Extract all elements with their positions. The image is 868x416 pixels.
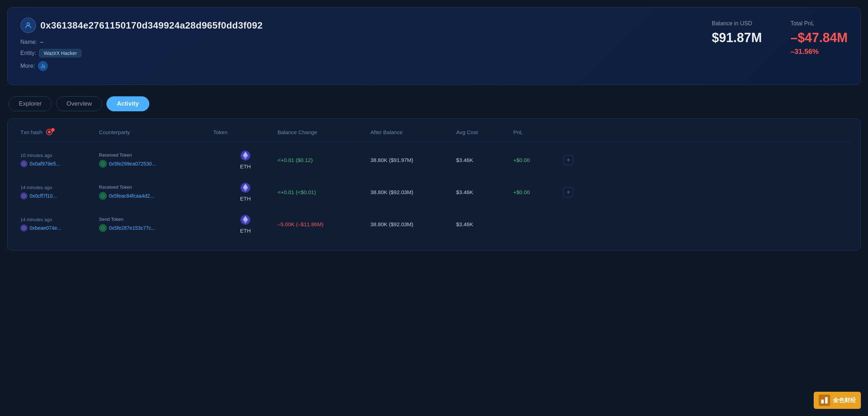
cell-avg-cost-1: $3.46K [456,157,513,163]
txn-hash-link-2[interactable]: ⬡ 0x0cff7f10... [20,192,99,199]
cp-icon-3: ⬡ [99,224,107,232]
cell-avg-cost-3: $3.46K [456,221,513,227]
cp-link-1[interactable]: ⬡ 0x5fe299ea072530... [99,160,213,168]
balance-value: $91.87M [712,30,762,45]
address-section: 0x361384e2761150170d349924a28d965f0dd3f0… [20,17,712,75]
filter-dot [51,128,55,132]
th-balance-change: Balance Change [278,129,370,135]
cp-label-1: Received Token [99,152,213,158]
cell-after-balance-3: 38.80K ($92.03M) [370,221,456,227]
cell-cp-3: Send Token ⬡ 0x5fe287e153c77c... [99,217,213,232]
table-row: 14 minutes ago ⬡ 0xbeae074e... Send Toke… [18,208,850,240]
txn-time-3: 14 minutes ago [20,217,99,222]
cp-icon-1: ⬡ [99,160,107,168]
avg-cost-3: $3.46K [456,221,513,227]
cp-link-2[interactable]: ⬡ 0x5feac84fcaa4d2... [99,192,213,200]
th-after-balance: After Balance [370,129,456,135]
cp-link-3[interactable]: ⬡ 0x5fe287e153c77c... [99,224,213,232]
after-balance-1: 38.80K ($91.97M) [370,157,456,163]
stats-section: Balance in USD $91.87M Total PnL –$47.84… [712,17,848,56]
th-expand [563,129,581,135]
more-icon[interactable] [38,61,48,71]
watermark: 金色财经 [814,392,861,409]
expand-btn-1[interactable]: ＋ [563,155,573,165]
cell-pnl-1: +$0.00 [513,157,563,163]
cell-balance-change-1: <+0.01 ($0.12) [278,157,370,163]
th-token: Token [213,129,278,135]
table-row: 10 minutes ago ⬡ 0x0af979e5... Received … [18,144,850,176]
token-name-3: ETH [240,228,251,234]
avg-cost-2: $3.46K [456,189,513,195]
txn-hash-link-3[interactable]: ⬡ 0xbeae074e... [20,224,99,232]
balance-change-3: –5.00K (–$11.86M) [278,221,370,227]
balance-change-1: <+0.01 ($0.12) [278,157,370,163]
name-value: – [40,39,43,45]
cell-pnl-2: +$0.00 [513,189,563,195]
txn-hash-link-1[interactable]: ⬡ 0x0af979e5... [20,160,99,167]
pnl-2: +$0.00 [513,189,563,195]
svg-point-0 [27,23,29,25]
cell-expand-1: ＋ [563,155,581,165]
eth-logo-1 [240,151,250,161]
cell-token-2: ETH [213,183,278,202]
pnl-1: +$0.00 [513,157,563,163]
table-card: Txn hash Counterparty Token Balance Chan… [7,118,861,250]
table-row: 14 minutes ago ⬡ 0x0cff7f10... Received … [18,176,850,208]
watermark-icon [819,395,830,406]
entity-row: Entity: WazirX Hacker [20,49,712,57]
more-row: More: [20,61,712,71]
cell-balance-change-3: –5.00K (–$11.86M) [278,221,370,227]
cp-label-3: Send Token [99,217,213,222]
cell-txn-1: 10 minutes ago ⬡ 0x0af979e5... [20,153,99,167]
balance-change-2: <+0.01 (<$0.01) [278,189,370,195]
name-label: Name: [20,39,37,45]
more-label: More: [20,63,35,69]
th-pnl: PnL [513,129,563,135]
cell-expand-2: ＋ [563,187,581,197]
expand-btn-2[interactable]: ＋ [563,187,573,197]
token-name-1: ETH [240,163,251,169]
balance-label: Balance in USD [712,20,762,27]
watermark-text: 金色财经 [833,397,856,404]
txn-time-1: 10 minutes ago [20,153,99,158]
cell-token-3: ETH [213,215,278,234]
cell-after-balance-1: 38.80K ($91.97M) [370,157,456,163]
tabs-row: Explorer Overview Activity [7,96,861,111]
entity-badge: WazirX Hacker [39,49,81,57]
th-avg-cost: Avg Cost [456,129,513,135]
pnl-value: –$47.84M [790,30,848,45]
cell-token-1: ETH [213,151,278,169]
tab-activity[interactable]: Activity [106,96,149,111]
th-txn-hash: Txn hash [20,129,99,135]
cell-balance-change-2: <+0.01 (<$0.01) [278,189,370,195]
address-row: 0x361384e2761150170d349924a28d965f0dd3f0… [20,17,712,33]
pnl-percent: –31.56% [790,47,848,56]
cell-txn-3: 14 minutes ago ⬡ 0xbeae074e... [20,217,99,232]
table-header: Txn hash Counterparty Token Balance Chan… [18,129,850,142]
svg-rect-2 [821,400,824,404]
eth-icon-3: ⬡ [20,224,28,232]
cell-after-balance-2: 38.80K ($92.03M) [370,189,456,195]
name-row: Name: – [20,39,712,45]
after-balance-2: 38.80K ($92.03M) [370,189,456,195]
eth-logo-2 [240,183,250,193]
tab-explorer[interactable]: Explorer [9,96,52,111]
after-balance-3: 38.80K ($92.03M) [370,221,456,227]
txn-time-2: 14 minutes ago [20,185,99,190]
tab-overview[interactable]: Overview [56,96,102,111]
cell-avg-cost-2: $3.46K [456,189,513,195]
eth-icon-2: ⬡ [20,192,28,199]
pnl-stat: Total PnL –$47.84M –31.56% [790,20,848,56]
cell-cp-2: Received Token ⬡ 0x5feac84fcaa4d2... [99,184,213,200]
eth-icon-1: ⬡ [20,160,28,167]
eth-logo-3 [240,215,250,225]
pnl-label: Total PnL [790,20,848,27]
cell-txn-2: 14 minutes ago ⬡ 0x0cff7f10... [20,185,99,199]
balance-stat: Balance in USD $91.87M [712,20,762,45]
wallet-icon [20,17,36,33]
wallet-address: 0x361384e2761150170d349924a28d965f0dd3f0… [40,20,263,31]
cp-icon-2: ⬡ [99,192,107,200]
entity-label: Entity: [20,50,36,56]
svg-point-1 [48,131,51,133]
svg-rect-3 [825,397,828,404]
